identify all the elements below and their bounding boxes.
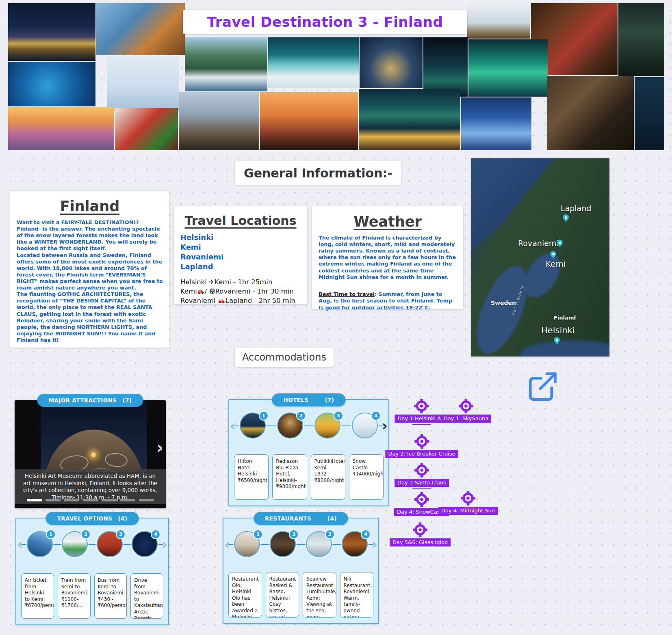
restaurants-descriptions: Restaurant Olo, Helsinki: Olo has been a… — [228, 572, 373, 618]
restaurant-thumb-2[interactable]: 2 — [270, 531, 296, 557]
restaurant-item[interactable]: Restaurant Olo, Helsinki: Olo has been a… — [228, 572, 262, 618]
travel-option-item[interactable]: Air ticket from Helsinki to Kemi: ₹6700/… — [21, 573, 54, 619]
step-number: 4 — [371, 411, 381, 421]
collage-photo-reindeer-sled[interactable] — [467, 3, 530, 39]
chevron-right-icon[interactable]: › — [372, 537, 377, 551]
hotel-item[interactable]: Snow Castle- ₹14000/night — [349, 454, 384, 500]
finland-satellite-map[interactable]: Lapland Rovaniemi Kemi Sweden Finland He… — [471, 158, 609, 356]
finland-paragraph-2: Located between Russia and Sweden, Finla… — [17, 252, 163, 292]
carousel-dot[interactable] — [102, 499, 117, 501]
hotel-item[interactable]: Hilton Hotel Helsinki- ₹6500/night — [234, 454, 269, 500]
page-title: Travel Destination 3 - Finland — [207, 14, 443, 30]
restaurant-thumb-3[interactable]: 3 — [306, 531, 332, 557]
collage-photo-blue-pool[interactable] — [8, 62, 95, 106]
collage-photo-lake-ship[interactable] — [185, 37, 267, 91]
restaurant-thumb-1[interactable]: 1 — [234, 531, 260, 557]
chevron-right-icon[interactable]: › — [156, 439, 163, 456]
itinerary-marker-day4-midnight-sun[interactable]: Day 4: Midnight Sun — [438, 490, 498, 515]
target-icon — [458, 398, 474, 414]
car-icon — [197, 289, 205, 294]
map-pin-icon[interactable] — [563, 214, 569, 220]
itinerary-marker-day5-6-glass-igloo[interactable]: Day 5&6: Glass Igloo — [390, 522, 451, 546]
collage-photo-bookshelf[interactable] — [618, 3, 664, 76]
restaurant-item[interactable]: Seaview Restaurant Lumihiutale, Kemi: Vi… — [303, 572, 336, 618]
travel-options-descriptions: Air ticket from Helsinki to Kemi: ₹6700/… — [21, 573, 163, 619]
hotel-thumb-2[interactable]: 2 — [277, 413, 303, 438]
carousel-dot[interactable] — [46, 499, 61, 501]
chevron-right-icon[interactable]: › — [382, 419, 388, 432]
collage-photo-palace-night[interactable] — [8, 3, 95, 61]
step-number: 3 — [334, 411, 343, 421]
hotel-item[interactable]: Radisson Blu Plaza Hotel, Helsinki- ₹930… — [272, 454, 307, 500]
collage-photo-aurora-cabin[interactable] — [359, 89, 460, 150]
carousel-dot[interactable] — [120, 499, 135, 501]
travel-option-item[interactable]: Train from Kemi to Rovaniemi: ₹1100-₹170… — [58, 573, 91, 619]
collage-photo-sami-reindeer[interactable] — [96, 3, 185, 55]
travel-option-thumb-2[interactable]: 2 — [62, 531, 88, 557]
step-number: 4 — [361, 529, 371, 539]
collage-photo-sunset-pier[interactable] — [260, 92, 358, 150]
restaurants-badge-count: (4) — [327, 515, 337, 522]
carousel-dot[interactable] — [139, 499, 154, 501]
collage-photo-dark-edge[interactable] — [635, 77, 664, 150]
chevron-right-icon[interactable]: › — [162, 537, 167, 551]
travel-option-thumb-3[interactable]: 3 — [97, 531, 123, 557]
collage-photo-food-dish[interactable] — [547, 76, 634, 150]
collage-photo-glass-igloo[interactable] — [360, 37, 423, 88]
chevron-left-icon[interactable]: ‹ — [224, 537, 230, 551]
target-icon — [414, 492, 429, 507]
external-link-icon[interactable] — [525, 367, 559, 405]
map-pin-icon[interactable] — [554, 337, 560, 343]
hotel-item[interactable]: PutiikkiHotelli Kemi 1932- ₹8000/night — [311, 454, 345, 500]
finland-description-card[interactable]: Finland Want to visit a FAIRY-TALE DESTI… — [10, 191, 169, 348]
restaurants-card[interactable]: RESTAURANTS (4) 1 2 3 4 Restaurant Olo, … — [223, 518, 379, 624]
carousel-dot[interactable] — [64, 499, 79, 501]
itinerary-marker-day1-helsinki-art[interactable]: Day 1:Helsinki Art — [395, 398, 448, 425]
chevron-left-icon[interactable]: ‹ — [230, 419, 236, 432]
map-pin-icon[interactable] — [550, 251, 556, 257]
travel-option-item[interactable]: Drive from Rovaniemi to Kakslauttanen Ar… — [130, 573, 163, 619]
collage-photo-winter-couple[interactable] — [115, 108, 178, 150]
collage-photo-snow-skaters[interactable] — [107, 56, 179, 111]
restaurant-item[interactable]: Nili Restaurant, Rovaniemi: Warm, family… — [340, 572, 374, 618]
collage-photo-helsinki-street[interactable] — [179, 92, 259, 150]
major-attractions-badge: MAJOR ATTRACTIONS (7) — [37, 394, 143, 407]
travel-option-thumb-4[interactable]: 4 — [132, 531, 158, 557]
hotel-thumb-1[interactable]: 1 — [240, 413, 266, 438]
travel-options-card[interactable]: TRAVEL OPTIONS (4) 1 2 3 4 Air ticket fr… — [15, 518, 169, 625]
hotels-card[interactable]: HOTELS (7) 1 2 3 4 Hilton Hotel Helsinki… — [228, 399, 389, 506]
collage-photo-ice-sunset[interactable] — [8, 107, 114, 150]
collage-photo-aurora-dark[interactable] — [423, 37, 468, 97]
restaurant-item[interactable]: Restaurant Baskeri & Basso, Helsinki: Co… — [266, 572, 299, 618]
travel-option-item[interactable]: Bus from Kemi to Rovaniemi: ₹430 - ₹600/… — [94, 573, 127, 619]
collage-photo-ice-castle[interactable] — [461, 97, 531, 150]
collage-photo-aurora-tents[interactable] — [268, 37, 359, 88]
metro-icon — [209, 288, 215, 294]
itinerary-marker-day3-santa-claus[interactable]: Day 3:Santa Claus — [395, 462, 449, 489]
carousel-dot[interactable] — [27, 499, 42, 501]
map-pin-icon[interactable] — [557, 240, 563, 246]
restaurant-thumb-4[interactable]: 4 — [342, 531, 368, 557]
collage-photo-aurora-forest[interactable] — [468, 39, 548, 97]
attraction-photo-helsinki-art-museum[interactable] — [41, 400, 147, 472]
carousel-dot[interactable] — [83, 499, 98, 501]
hotel-thumb-3[interactable]: 3 — [314, 413, 340, 438]
major-attractions-card[interactable]: MAJOR ATTRACTIONS (7) Helsinki Art Museu… — [15, 400, 166, 508]
weather-card[interactable]: Weather The climate of Finland is charac… — [312, 206, 463, 309]
chevron-left-icon[interactable]: ‹ — [17, 537, 23, 551]
travel-locations-card[interactable]: Travel Locations Helsinki Kemi Rovaniemi… — [174, 206, 307, 304]
location-helsinki: Helsinki — [180, 233, 301, 242]
hotels-badge: HOTELS (7) — [272, 393, 346, 406]
hotel-thumb-4[interactable]: 4 — [352, 413, 378, 438]
board-title-card[interactable]: Travel Destination 3 - Finland — [183, 10, 467, 34]
step-number: 2 — [289, 529, 299, 539]
general-info-heading-card[interactable]: General Information:- — [235, 161, 401, 185]
itinerary-marker-day2-ice-breaker-cruise[interactable]: Day 2: Ice Breaker Cruise — [385, 434, 458, 458]
target-icon — [414, 434, 429, 449]
route-helsinki-kemi: Helsinki ✈Kemi - 1hr 25min — [180, 277, 301, 287]
travel-option-thumb-1[interactable]: 1 — [27, 531, 53, 557]
major-attractions-badge-label: MAJOR ATTRACTIONS — [49, 397, 117, 404]
day-label-underline — [412, 488, 431, 489]
itinerary-marker-day1-skysauna[interactable]: Day 1: SkySauna — [441, 398, 491, 423]
accommodations-heading-card[interactable]: Accommodations — [235, 348, 334, 367]
